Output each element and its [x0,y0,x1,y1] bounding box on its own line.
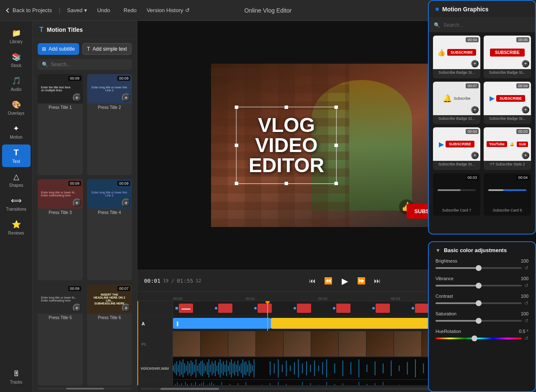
saturation-reset-button[interactable]: ↺ [524,318,528,324]
template-card-press-title-1[interactable]: Enter the title text hereon multiple lin… [38,74,83,175]
sidebar-item-shapes[interactable]: △ Shapes [2,169,31,191]
sidebar-label-audio: Audio [11,87,22,92]
mg-card-3[interactable]: 🔔 Subscribe 00:07 + Subscribe Badge St..… [433,82,480,124]
contrast-fill [436,302,479,304]
mg-card-4[interactable]: ▶ SUBSCRIBE 00:04 + Subscribe Badge St..… [484,82,531,124]
template-card-press-title-3[interactable]: Enter long title or lower th...Enter sub… [38,179,83,280]
mg-name-1: Subscribe Badge St... [433,69,480,77]
mg-card-7[interactable]: 00:03 Subscribe Card 7 [433,173,480,216]
template-duration-3: 00:09 [68,181,81,186]
clip-item-4[interactable] [297,304,311,313]
svg-rect-12 [192,362,193,374]
svg-rect-125 [326,382,327,385]
vibrance-reset-button[interactable]: ↺ [524,283,528,289]
clip-item-7[interactable] [415,304,429,313]
mg-card-1[interactable]: 👍 SUBSCRIBE 00:04 + Subscribe Badge St..… [433,36,480,78]
contrast-reset-button[interactable]: ↺ [524,300,528,306]
sidebar-item-reviews[interactable]: ⭐ Reviews [2,217,31,239]
brightness-thumb[interactable] [476,265,482,271]
undo-button[interactable]: Undo [94,5,113,15]
mg-thumb-6: YouTube 🔔 SUB 00:03 + [484,127,531,161]
svg-rect-41 [239,366,240,371]
mg-thumb-7: 00:03 [433,173,480,207]
version-icon: ↺ [185,7,190,13]
svg-rect-6 [183,359,183,377]
sidebar-item-text[interactable]: T Text [2,144,31,167]
subtitle-clip[interactable]: ‖ [173,318,271,329]
sidebar-item-library[interactable]: 📁 Library [2,25,31,47]
mg-add-button-4[interactable]: + [522,106,529,113]
brightness-reset-button[interactable]: ↺ [524,265,528,271]
sidebar-item-tracks[interactable]: 🎚 Tracks [2,366,31,388]
sidebar-item-overlays[interactable]: 🎨 Overlays [2,97,31,119]
mg-search-input[interactable] [443,22,530,28]
saturation-value: 100 [521,311,528,316]
template-card-press-title-2[interactable]: Enter long title or lower thinLine 2 00:… [87,74,132,175]
video-text-line1: VLOG [249,115,324,135]
mg-card-2[interactable]: SUBSCRIBE 00:06 + Subscribe Badge St... [484,36,531,78]
template-add-button-6[interactable]: + [122,304,130,312]
vibrance-row: Vibrance 100 ↺ [436,276,528,289]
template-name-4: Press Title 4 [87,209,132,217]
play-button[interactable]: ▶ [339,273,350,289]
contrast-thumb[interactable] [476,300,482,306]
mg-add-button-2[interactable]: + [522,60,529,67]
sidebar-item-audio[interactable]: 🎵 Audio [2,73,31,95]
mg-add-button-3[interactable]: + [471,106,479,113]
hue-thumb[interactable] [472,335,477,341]
mg-add-button-6[interactable]: + [522,152,529,159]
mg-card-8[interactable]: 00:04 Subscribe Card 8 [484,173,531,216]
version-history-button[interactable]: Version History ↺ [147,7,189,13]
mg-add-button-1[interactable]: + [471,60,479,67]
skip-to-end-button[interactable]: ⏭ [372,276,382,286]
svg-rect-35 [229,362,230,374]
mg-card-6[interactable]: YouTube 🔔 SUB 00:03 + YT Subscribe Style… [484,127,531,170]
clip-group-1: ▬▬▬ [175,304,193,313]
template-add-button-3[interactable]: + [73,199,81,207]
skip-to-start-button[interactable]: ⏮ [307,276,317,286]
vibrance-thumb[interactable] [476,283,482,289]
clip-item[interactable]: ▬▬▬ [179,304,193,313]
svg-rect-14 [196,359,196,377]
template-card-press-title-5[interactable]: Enter long title or lower th...Enter sub… [38,284,83,385]
svg-rect-22 [209,359,209,377]
sidebar-item-motion[interactable]: ✦ Motion [2,121,31,143]
clip-item-3[interactable] [258,304,272,313]
template-name-5: Press Title 5 [38,314,83,322]
fast-forward-button[interactable]: ⏩ [356,275,367,286]
mg-name-8: Subscribe Card 8 [484,207,531,214]
svg-rect-76 [415,359,416,377]
template-add-button-2[interactable]: + [122,93,130,102]
mg-search-icon: 🔍 [434,22,440,28]
search-input[interactable] [51,62,128,67]
template-add-button-5[interactable]: + [73,304,81,312]
clip-item-2[interactable] [218,304,232,313]
clip-item-5[interactable] [336,304,350,313]
rewind-button[interactable]: ⏪ [322,275,334,286]
mg-add-button-5[interactable]: + [471,152,479,159]
svg-rect-114 [237,383,238,385]
template-card-press-title-6[interactable]: INSERT THEHEADLINE HERE ON 2 LIN...SUBHE… [87,284,132,385]
saturation-thumb[interactable] [476,318,482,324]
template-add-button-4[interactable]: + [122,199,130,207]
template-thumb-1: Enter the title text hereon multiple lin… [38,74,83,103]
redo-button[interactable]: Redo [120,5,140,15]
template-card-press-title-4[interactable]: Enter long title or lower thinLine 2 00:… [87,179,132,280]
sidebar-item-stock[interactable]: 📚 Stock [2,49,31,71]
sidebar-label-reviews: Reviews [8,231,24,235]
svg-rect-130 [366,384,367,385]
mg-name-4: Subscribe Badge St... [484,115,531,123]
clip-item-6[interactable] [376,304,390,313]
hue-reset-button[interactable]: ↺ [524,335,528,341]
template-add-button-1[interactable]: + [73,93,81,102]
add-subtitle-button[interactable]: ⊞ Add subtitle [38,43,79,55]
sidebar-item-transitions[interactable]: ⟺ Transitions [2,193,31,215]
separator: | [59,7,60,14]
mg-card-5[interactable]: ▶ SUBSCRIBE 00:04 + Subscribe Badge St..… [433,127,480,170]
back-to-projects-button[interactable]: Back to Projects [7,7,52,13]
add-simple-text-button[interactable]: T Add simple text [82,43,131,55]
saved-button[interactable]: Saved ▾ [67,7,87,13]
svg-rect-97 [185,382,186,385]
svg-rect-57 [294,362,295,374]
scrollbar-thumb[interactable] [160,388,219,390]
